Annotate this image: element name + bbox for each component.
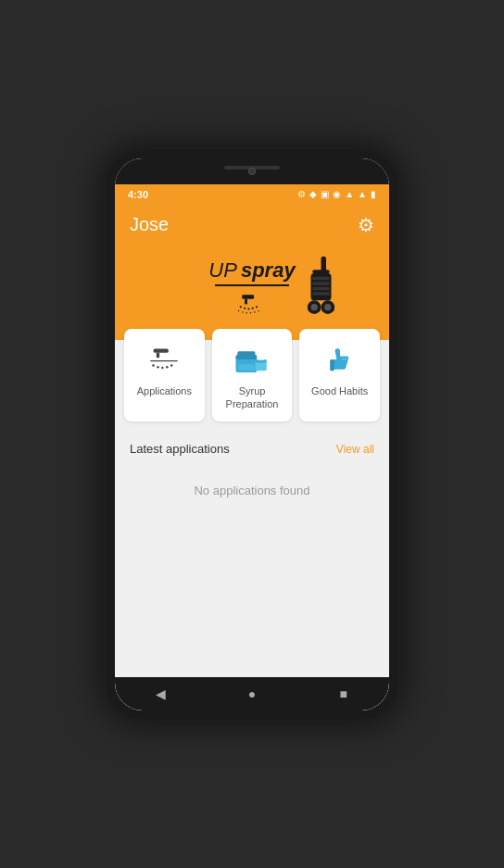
- username-label: Jose: [130, 214, 169, 235]
- svg-rect-38: [238, 364, 255, 371]
- svg-rect-39: [330, 359, 334, 371]
- status-icons: ⚙ ◆ ▣ ◉ ▲ ▲ ▮: [297, 189, 376, 199]
- status-time: 4:30: [128, 189, 148, 200]
- view-all-button[interactable]: View all: [336, 443, 374, 456]
- svg-rect-1: [245, 298, 247, 304]
- svg-point-4: [247, 308, 249, 309]
- recents-button[interactable]: ■: [330, 680, 358, 708]
- svg-point-22: [310, 304, 317, 310]
- svg-rect-16: [312, 276, 329, 280]
- svg-point-27: [153, 364, 155, 366]
- svg-rect-18: [312, 286, 329, 290]
- logo-text: UPspray: [208, 258, 295, 283]
- svg-point-23: [324, 304, 331, 310]
- logo-container: UPspray: [208, 258, 295, 321]
- app-header: Jose ⚙: [115, 205, 389, 249]
- notch-bar: [115, 158, 389, 184]
- syrup-preparation-card[interactable]: SyrupPreparation: [212, 329, 293, 422]
- location-status-icon: ◆: [309, 189, 317, 199]
- svg-rect-24: [154, 348, 169, 352]
- latest-header: Latest applications View all: [130, 442, 374, 456]
- recents-icon: ■: [339, 686, 346, 701]
- good-habits-card[interactable]: Good Habits: [299, 329, 380, 422]
- svg-point-7: [238, 309, 239, 310]
- syrup-icon: [233, 342, 271, 377]
- applications-label: Applications: [137, 384, 192, 397]
- svg-rect-40: [341, 358, 346, 360]
- latest-title: Latest applications: [130, 442, 230, 456]
- status-bar: 4:30 ⚙ ◆ ▣ ◉ ▲ ▲ ▮: [115, 184, 389, 205]
- spray-nozzle-icon: [235, 288, 269, 321]
- svg-point-5: [252, 307, 254, 308]
- nfc-status-icon: ◉: [333, 189, 341, 199]
- no-applications-message: No applications found: [130, 465, 374, 516]
- applications-card[interactable]: Applications: [124, 329, 205, 422]
- svg-rect-0: [242, 295, 254, 298]
- svg-point-10: [250, 312, 251, 313]
- good-habits-label: Good Habits: [311, 384, 368, 397]
- settings-button[interactable]: ⚙: [358, 214, 374, 236]
- svg-point-12: [258, 309, 258, 310]
- svg-point-30: [166, 365, 168, 367]
- cards-section: Applications: [115, 340, 389, 432]
- applications-icon: [145, 342, 183, 377]
- svg-point-8: [242, 311, 243, 312]
- home-icon: ●: [248, 686, 256, 701]
- svg-rect-19: [312, 292, 329, 296]
- logo-up-text: UP: [208, 258, 237, 283]
- cards-row: Applications: [124, 329, 380, 422]
- svg-point-11: [254, 311, 255, 312]
- hero-area: UPspray: [115, 249, 389, 340]
- svg-rect-37: [257, 356, 265, 359]
- settings-status-icon: ⚙: [297, 189, 306, 199]
- svg-point-29: [161, 366, 163, 368]
- svg-point-28: [158, 365, 159, 367]
- svg-point-31: [170, 364, 172, 366]
- sprayer-machine-icon: [296, 254, 346, 323]
- wifi-icon: ▲: [345, 189, 354, 199]
- logo-spray-text: spray: [241, 258, 296, 283]
- svg-point-2: [240, 306, 242, 308]
- home-button[interactable]: ●: [238, 680, 266, 708]
- back-button[interactable]: ◀: [146, 680, 174, 708]
- svg-rect-25: [157, 352, 159, 358]
- signal-icon: ▲: [358, 189, 367, 199]
- syrup-preparation-label: SyrupPreparation: [226, 384, 279, 411]
- bottom-navigation: ◀ ● ■: [115, 677, 389, 711]
- camera: [248, 168, 256, 175]
- latest-applications-section: Latest applications View all No applicat…: [115, 431, 389, 676]
- good-habits-icon: [321, 342, 359, 377]
- svg-point-9: [246, 312, 247, 313]
- lock-status-icon: ▣: [321, 189, 329, 199]
- phone-frame: 4:30 ⚙ ◆ ▣ ◉ ▲ ▲ ▮ Jose ⚙ UPspray: [104, 147, 400, 722]
- battery-icon: ▮: [371, 189, 376, 199]
- phone-screen: 4:30 ⚙ ◆ ▣ ◉ ▲ ▲ ▮ Jose ⚙ UPspray: [115, 158, 389, 711]
- svg-point-6: [256, 306, 258, 308]
- logo-underline: [215, 284, 289, 286]
- svg-rect-34: [237, 351, 255, 355]
- svg-point-3: [244, 307, 246, 308]
- back-icon: ◀: [156, 686, 166, 701]
- svg-rect-17: [312, 282, 329, 285]
- svg-rect-14: [312, 270, 329, 273]
